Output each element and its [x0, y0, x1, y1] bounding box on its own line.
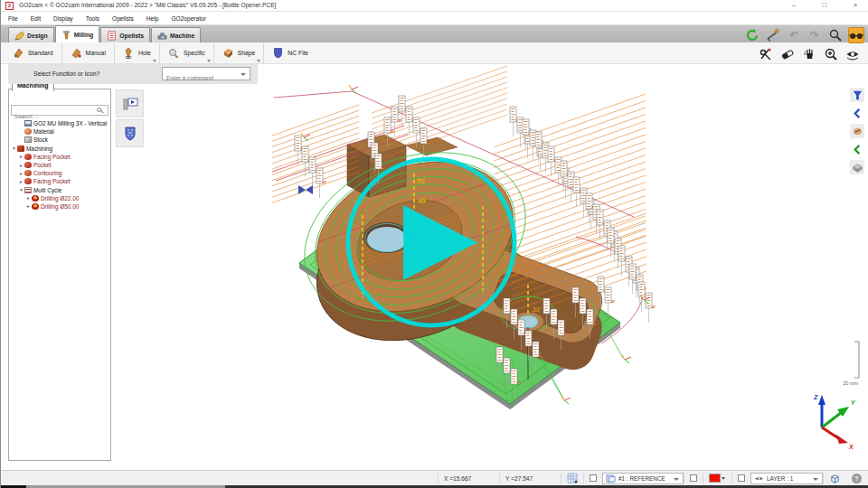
tab-opelists[interactable]: Opelists: [100, 27, 150, 42]
menu-edit[interactable]: Edit: [31, 15, 41, 22]
redo-button[interactable]: ↷: [807, 27, 823, 43]
chevron-down-icon[interactable]: [722, 477, 725, 480]
filter-button[interactable]: [850, 88, 864, 102]
tab-machine[interactable]: Machine: [151, 27, 201, 42]
refresh-button[interactable]: [744, 27, 760, 43]
plane-selector[interactable]: #1 : REFERENCE: [602, 473, 684, 484]
zoom-plus-icon: [824, 47, 838, 61]
chevron-down-icon[interactable]: [813, 478, 818, 481]
expand-arrow[interactable]: ▸: [25, 195, 32, 201]
expand-arrow[interactable]: ▾: [18, 187, 24, 192]
toolpath-flag: [605, 287, 615, 317]
layer-checkbox[interactable]: [738, 474, 745, 482]
layer-selector[interactable]: LAYER : 1: [750, 473, 823, 484]
tree-item-machining[interactable]: ▾Machining: [11, 145, 108, 153]
tree-item-label: Contouring: [33, 170, 61, 176]
measure-button[interactable]: [765, 27, 781, 43]
hole-button[interactable]: Hole: [115, 43, 160, 63]
minimize-button[interactable]: –: [782, 0, 806, 11]
tool-manager-button[interactable]: [116, 119, 144, 147]
menu-go2operator[interactable]: GO2operator: [171, 15, 205, 22]
hole-icon: [123, 47, 135, 59]
tree-item-label: Material: [33, 128, 54, 135]
undo-button[interactable]: ↶: [786, 27, 802, 43]
tree-item-machine[interactable]: GO2 MU Milling 3X - Vertical: [11, 119, 108, 127]
manual-button[interactable]: Manual: [62, 43, 115, 63]
view-rotate-button[interactable]: [844, 46, 861, 62]
close-button[interactable]: ×: [844, 0, 867, 11]
color-checkbox[interactable]: [690, 474, 697, 482]
color-swatch[interactable]: [709, 474, 721, 483]
tab-milling[interactable]: Milling: [55, 25, 100, 42]
plane-checkbox[interactable]: [590, 474, 597, 482]
expand-arrow[interactable]: ▸: [18, 154, 24, 159]
shape-button[interactable]: Shape: [214, 43, 265, 63]
analysis-tools-button[interactable]: [758, 46, 774, 62]
machine-icon: [157, 31, 167, 41]
caliper-icon: [766, 28, 780, 42]
menu-display[interactable]: Display: [53, 15, 73, 22]
clean-screen-button[interactable]: [801, 46, 817, 62]
tree-item-label: Machining: [26, 145, 52, 152]
collapse-green-button[interactable]: [850, 142, 864, 156]
chevron-down-icon[interactable]: [674, 478, 679, 481]
expand-arrow[interactable]: ▸: [18, 163, 24, 168]
tree-item-label: GO2 MU Milling 3X - Vertical: [33, 120, 107, 127]
tree-item-drilling-22[interactable]: ▸Drilling Ø22.00: [11, 194, 108, 202]
chevron-down-icon[interactable]: [241, 73, 246, 76]
tree-item-pocket[interactable]: ▸Pocket: [11, 161, 108, 169]
zoom-button[interactable]: [827, 27, 844, 43]
tree-item-stock[interactable]: Stock: [11, 136, 108, 144]
shape-dropdown-chevron[interactable]: [257, 60, 260, 62]
search-icon: [97, 108, 101, 112]
maximize-button[interactable]: □: [813, 0, 836, 11]
svg-text:Y: Y: [851, 399, 856, 406]
milling-icon: [61, 30, 71, 40]
tool-display-button[interactable]: [850, 124, 864, 138]
app-logo-icon: 2: [5, 2, 14, 10]
button-label: NC File: [288, 50, 308, 56]
tree-item-facing-pocket[interactable]: ▸Facing Pocket: [11, 153, 108, 161]
tree-item-multi-cycle[interactable]: ▾Multi Cycle: [11, 186, 108, 194]
view-mode-button[interactable]: [848, 27, 864, 43]
expand-arrow[interactable]: ▸: [18, 171, 24, 176]
tree-item-contouring[interactable]: ▸Contouring: [11, 169, 108, 177]
specific-button[interactable]: Specific: [160, 43, 214, 63]
expand-arrow[interactable]: ▾: [11, 145, 17, 151]
help-button[interactable]: ?: [852, 474, 862, 483]
x-coordinate: X =15.667: [438, 473, 499, 484]
hole-dropdown-chevron[interactable]: [153, 60, 156, 62]
tab-design[interactable]: Design: [8, 27, 54, 42]
menu-tools[interactable]: Tools: [86, 15, 99, 22]
collapse-blue-button[interactable]: [850, 106, 864, 120]
title-bar: 2 GO2cam < © GO2cam International 2009 -…: [1, 0, 868, 12]
standard-button[interactable]: Standard: [5, 43, 62, 63]
menu-file[interactable]: File: [8, 15, 18, 22]
erase-button[interactable]: [779, 46, 796, 62]
y-coordinate: Y =27.547: [499, 473, 561, 484]
tree-item-drilling-50[interactable]: ▸Drilling Ø50.00: [11, 202, 108, 211]
expand-arrow[interactable]: ▸: [18, 179, 24, 184]
simulation-button[interactable]: [116, 89, 144, 117]
tree-search-box[interactable]: [11, 105, 108, 116]
command-combobox[interactable]: [162, 67, 250, 80]
grid-icon: [567, 473, 578, 483]
scale-bar: 20 mm: [843, 342, 859, 386]
command-input[interactable]: [163, 72, 239, 84]
svg-text:Z: Z: [813, 394, 818, 400]
specific-dropdown-chevron[interactable]: [207, 60, 211, 62]
menu-help[interactable]: Help: [146, 15, 159, 22]
menu-bar: File Edit Display Tools Opelists Help GO…: [1, 12, 868, 25]
tree-item-material[interactable]: Material: [11, 127, 108, 136]
operation-icon: [24, 178, 32, 184]
grid-toggle[interactable]: [561, 473, 583, 484]
plane-value: #1 : REFERENCE: [618, 475, 665, 482]
zoom-extents-button[interactable]: [823, 46, 839, 62]
nc-file-button[interactable]: NC File: [264, 43, 316, 63]
tree-item-label: Drilling Ø50.00: [41, 203, 79, 210]
tree-item-facing-pocket-2[interactable]: ▸Facing Pocket: [11, 177, 108, 185]
stock-display-button[interactable]: [850, 160, 864, 174]
expand-arrow[interactable]: ▸: [25, 203, 32, 209]
view-cube-button[interactable]: [823, 473, 846, 484]
menu-opelists[interactable]: Opelists: [112, 15, 134, 22]
